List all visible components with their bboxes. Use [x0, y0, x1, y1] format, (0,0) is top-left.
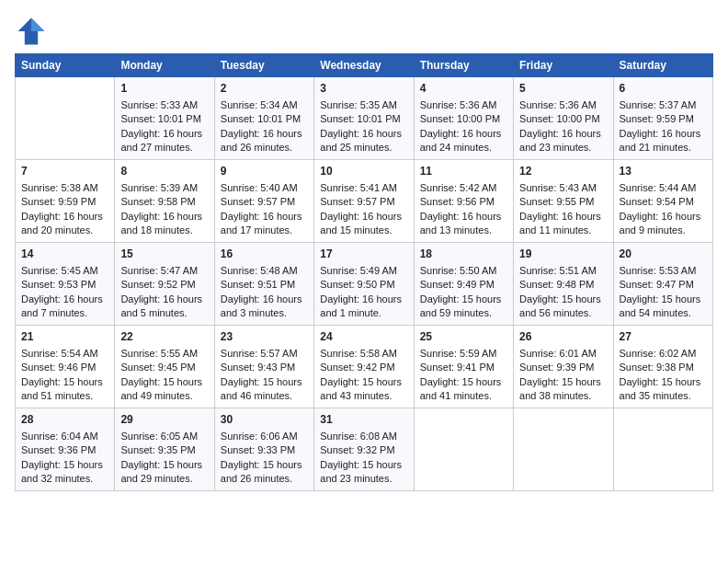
day-info-line: and 27 minutes.	[120, 141, 208, 155]
logo	[15, 15, 51, 48]
day-info-line: Sunset: 9:35 PM	[120, 443, 208, 457]
day-info-line: Daylight: 15 hours	[320, 375, 407, 389]
calendar-cell: 14Sunrise: 5:45 AMSunset: 9:53 PMDayligh…	[16, 243, 115, 326]
day-info-line: Daylight: 16 hours	[519, 127, 607, 141]
day-number: 20	[620, 247, 707, 262]
day-number: 31	[320, 412, 407, 428]
day-info-line: Sunset: 9:33 PM	[221, 443, 308, 457]
day-info-line: Sunset: 9:57 PM	[320, 195, 407, 209]
calendar-cell: 18Sunrise: 5:50 AMSunset: 9:49 PMDayligh…	[414, 243, 513, 326]
day-info-line: Sunrise: 5:37 AM	[620, 98, 707, 112]
weekday-header-saturday: Saturday	[613, 54, 712, 77]
day-info-line: and 1 minute.	[320, 306, 407, 320]
weekday-header-sunday: Sunday	[16, 54, 115, 77]
day-info-line: and 5 minutes.	[120, 306, 208, 320]
calendar-cell: 27Sunrise: 6:02 AMSunset: 9:38 PMDayligh…	[613, 326, 712, 408]
day-info-line: Daylight: 16 hours	[420, 210, 507, 224]
day-info-line: Daylight: 15 hours	[620, 375, 707, 389]
day-info-line: and 43 minutes.	[320, 389, 407, 403]
weekday-header-tuesday: Tuesday	[214, 54, 313, 77]
day-info-line: Sunset: 9:55 PM	[519, 195, 607, 209]
calendar-cell: 20Sunrise: 5:53 AMSunset: 9:47 PMDayligh…	[613, 243, 712, 326]
day-number: 4	[420, 81, 507, 97]
day-info-line: Sunset: 9:53 PM	[21, 278, 108, 292]
day-info-line: Daylight: 15 hours	[519, 375, 607, 389]
day-info-line: Daylight: 16 hours	[120, 210, 208, 224]
day-number: 23	[221, 329, 308, 345]
day-info-line: Sunrise: 5:58 AM	[320, 347, 407, 361]
day-info-line: Daylight: 16 hours	[320, 210, 407, 224]
day-info-line: Sunrise: 5:45 AM	[21, 264, 108, 278]
calendar-cell: 26Sunrise: 6:01 AMSunset: 9:39 PMDayligh…	[514, 326, 613, 408]
day-info-line: Daylight: 16 hours	[320, 127, 407, 141]
day-info-line: Sunset: 10:01 PM	[221, 112, 308, 126]
calendar-cell: 28Sunrise: 6:04 AMSunset: 9:36 PMDayligh…	[16, 408, 115, 491]
day-info-line: Sunset: 10:01 PM	[120, 112, 208, 126]
day-info-line: and 41 minutes.	[420, 389, 507, 403]
day-info-line: Daylight: 15 hours	[620, 293, 707, 306]
calendar-cell: 15Sunrise: 5:47 AMSunset: 9:52 PMDayligh…	[115, 243, 214, 326]
day-info-line: Sunset: 9:52 PM	[120, 278, 208, 292]
day-info-line: Daylight: 16 hours	[519, 210, 607, 224]
day-info-line: Daylight: 16 hours	[21, 210, 108, 224]
day-info-line: and 46 minutes.	[221, 389, 308, 403]
calendar-cell: 10Sunrise: 5:41 AMSunset: 9:57 PMDayligh…	[314, 160, 414, 243]
day-number: 15	[120, 247, 208, 262]
day-info-line: Daylight: 15 hours	[221, 375, 308, 389]
day-info-line: Sunset: 9:42 PM	[320, 361, 407, 374]
day-info-line: and 54 minutes.	[620, 306, 707, 320]
day-info-line: Sunset: 9:59 PM	[21, 195, 108, 209]
day-number: 26	[519, 329, 607, 345]
day-info-line: Daylight: 15 hours	[420, 293, 507, 306]
day-number: 21	[21, 329, 108, 345]
day-info-line: and 59 minutes.	[420, 306, 507, 320]
day-info-line: Sunset: 9:56 PM	[420, 195, 507, 209]
day-number: 25	[420, 329, 507, 345]
day-number: 22	[120, 329, 208, 345]
calendar-cell: 22Sunrise: 5:55 AMSunset: 9:45 PMDayligh…	[115, 326, 214, 408]
day-number: 17	[320, 247, 407, 262]
day-info-line: Daylight: 16 hours	[221, 127, 308, 141]
calendar-cell	[414, 408, 513, 491]
day-number: 9	[221, 164, 308, 179]
day-info-line: Daylight: 16 hours	[221, 293, 308, 306]
day-info-line: Sunrise: 5:50 AM	[420, 264, 507, 278]
day-info-line: and 32 minutes.	[21, 472, 108, 486]
day-info-line: Sunrise: 5:54 AM	[21, 347, 108, 361]
day-number: 2	[221, 81, 308, 97]
day-info-line: and 20 minutes.	[21, 224, 108, 237]
day-info-line: Sunset: 9:46 PM	[21, 361, 108, 374]
day-info-line: and 35 minutes.	[620, 389, 707, 403]
day-info-line: Daylight: 16 hours	[320, 293, 407, 306]
weekday-header-friday: Friday	[514, 54, 613, 77]
day-number: 3	[320, 81, 407, 97]
day-number: 1	[120, 81, 208, 97]
calendar-cell: 8Sunrise: 5:39 AMSunset: 9:58 PMDaylight…	[115, 160, 214, 243]
day-info-line: Sunrise: 5:35 AM	[320, 98, 407, 112]
day-info-line: and 9 minutes.	[620, 224, 707, 237]
day-info-line: Sunset: 9:41 PM	[420, 361, 507, 374]
day-info-line: Sunset: 9:39 PM	[519, 361, 607, 374]
day-info-line: Sunrise: 5:48 AM	[221, 264, 308, 278]
day-info-line: Sunrise: 5:36 AM	[519, 98, 607, 112]
day-info-line: Sunrise: 5:53 AM	[620, 264, 707, 278]
calendar-cell: 1Sunrise: 5:33 AMSunset: 10:01 PMDayligh…	[115, 77, 214, 160]
day-number: 6	[620, 81, 707, 97]
day-info-line: Sunrise: 5:49 AM	[320, 264, 407, 278]
calendar-cell: 25Sunrise: 5:59 AMSunset: 9:41 PMDayligh…	[414, 326, 513, 408]
day-info-line: Sunset: 9:51 PM	[221, 278, 308, 292]
day-info-line: Sunset: 9:48 PM	[519, 278, 607, 292]
day-info-line: Sunset: 9:38 PM	[620, 361, 707, 374]
calendar-cell: 3Sunrise: 5:35 AMSunset: 10:01 PMDayligh…	[314, 77, 414, 160]
day-info-line: and 13 minutes.	[420, 224, 507, 237]
day-info-line: and 11 minutes.	[519, 224, 607, 237]
day-info-line: Daylight: 15 hours	[519, 293, 607, 306]
day-info-line: Sunrise: 6:04 AM	[21, 430, 108, 443]
day-info-line: and 49 minutes.	[120, 389, 208, 403]
day-info-line: and 56 minutes.	[519, 306, 607, 320]
day-info-line: Daylight: 15 hours	[21, 375, 108, 389]
day-info-line: Sunset: 10:01 PM	[320, 112, 407, 126]
day-info-line: Sunrise: 5:43 AM	[519, 181, 607, 195]
day-info-line: Sunset: 9:49 PM	[420, 278, 507, 292]
day-number: 5	[519, 81, 607, 97]
